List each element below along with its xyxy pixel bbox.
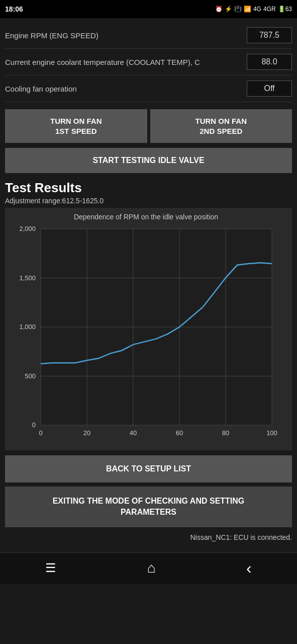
- main-content: Engine RPM (ENG SPEED) 787.5 Current eng…: [0, 18, 297, 549]
- alarm-icon: ⏰: [215, 6, 223, 13]
- svg-text:20: 20: [83, 429, 90, 437]
- svg-text:40: 40: [129, 429, 136, 437]
- network-4gr-icon: 4GR: [263, 6, 276, 13]
- chart-title: Dependence of RPM on the idle valve posi…: [5, 213, 287, 221]
- vibrate-icon: 📳: [234, 6, 242, 13]
- test-results-section: Test Results Adjustment range:612.5-1625…: [5, 180, 292, 450]
- exit-mode-button[interactable]: EXITING THE MODE OF CHECKING AND SETTING…: [5, 487, 292, 527]
- chart-area: 2,000 1,500 1,000 500 0 0 20 40 60 80 10…: [11, 224, 282, 445]
- start-testing-idle-valve-button[interactable]: START TESTING IDLE VALVE: [5, 148, 292, 173]
- nav-home-icon[interactable]: ⌂: [147, 560, 156, 576]
- coolant-row: Current engine coolant temperature (COOL…: [5, 49, 292, 75]
- svg-text:1,500: 1,500: [19, 274, 36, 282]
- test-results-title: Test Results: [5, 180, 292, 196]
- wifi-icon: 📶: [244, 6, 251, 13]
- status-bar: 18:06 ⏰ ⚡ 📳 📶 4G 4GR 🔋63: [0, 0, 297, 18]
- rpm-label: Engine RPM (ENG SPEED): [5, 31, 247, 40]
- adjustment-range: Adjustment range:612.5-1625.0: [5, 197, 292, 205]
- coolant-label: Current engine coolant temperature (COOL…: [5, 58, 247, 66]
- fan-row: Cooling fan operation Off: [5, 75, 292, 102]
- svg-text:80: 80: [222, 429, 229, 437]
- status-icons: ⏰ ⚡ 📳 📶 4G 4GR 🔋63: [215, 6, 292, 13]
- chart-svg: 2,000 1,500 1,000 500 0 0 20 40 60 80 10…: [11, 224, 282, 445]
- rpm-row: Engine RPM (ENG SPEED) 787.5: [5, 22, 292, 49]
- svg-text:100: 100: [266, 429, 277, 437]
- bluetooth-icon: ⚡: [225, 6, 232, 13]
- svg-text:1,000: 1,000: [19, 323, 36, 331]
- fan-button-row: TURN ON FAN1ST SPEED TURN ON FAN2ND SPEE…: [5, 109, 292, 143]
- nav-bar: ☰ ⌂ ‹: [0, 552, 297, 584]
- turn-on-fan-2nd-button[interactable]: TURN ON FAN2ND SPEED: [150, 109, 292, 143]
- svg-text:0: 0: [39, 429, 42, 437]
- svg-text:2,000: 2,000: [19, 225, 36, 232]
- status-time: 18:06: [5, 5, 23, 13]
- nav-menu-icon[interactable]: ☰: [45, 561, 56, 575]
- svg-text:500: 500: [25, 372, 36, 380]
- status-connected: Nissan_NC1: ECU is connected.: [5, 531, 292, 545]
- battery-icon: 🔋63: [278, 6, 292, 13]
- fan-label: Cooling fan operation: [5, 85, 247, 93]
- turn-on-fan-1st-button[interactable]: TURN ON FAN1ST SPEED: [5, 109, 147, 143]
- fan-value: Off: [247, 80, 292, 97]
- coolant-value: 88.0: [247, 54, 292, 70]
- nav-back-icon[interactable]: ‹: [246, 559, 252, 578]
- rpm-value: 787.5: [247, 27, 292, 43]
- chart-container: Dependence of RPM on the idle valve posi…: [5, 208, 292, 450]
- svg-text:0: 0: [32, 421, 35, 429]
- back-to-setup-list-button[interactable]: BACK TO SETUP LIST: [5, 455, 292, 482]
- svg-text:60: 60: [175, 429, 182, 437]
- network-4g-icon: 4G: [253, 6, 261, 13]
